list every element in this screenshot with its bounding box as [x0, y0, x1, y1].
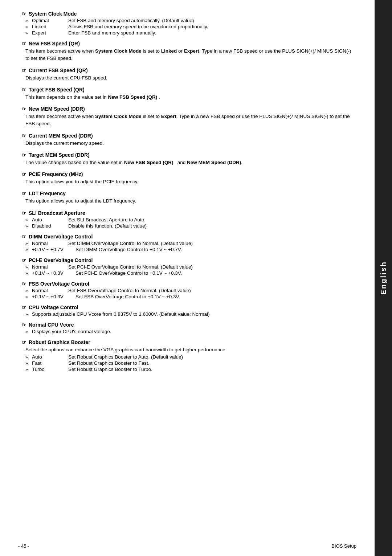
paragraph-current-fsb-speed: Displays the current CPU FSB speed. [25, 74, 356, 82]
section-new-fsb-speed: ☞ New FSB Speed (QR) This item becomes a… [22, 41, 356, 62]
list-item: » Auto Set SLI Broadcast Aperture to Aut… [25, 217, 356, 222]
section-title-system-clock-mode: ☞ System Clock Mode [22, 11, 356, 17]
section-title-current-fsb-speed: ☞ Current FSB Speed (QR) [22, 68, 356, 73]
list-item: » Linked Allows FSB and memory speed to … [25, 24, 356, 29]
bullet-icon: » [25, 294, 31, 299]
paragraph-target-mem-speed: The value changes based on the value set… [25, 159, 356, 166]
section-icon-system-clock-mode: ☞ [22, 11, 26, 17]
section-normal-cpu-vcore: ☞ Normal CPU Vcore » Displays your CPU's… [22, 322, 356, 334]
section-icon-new-mem-speed: ☞ [22, 106, 26, 112]
section-dimm-overvoltage: ☞ DIMM OverVoltage Control » Normal Set … [22, 234, 356, 252]
footer-label: BIOS Setup [331, 543, 356, 549]
section-icon-ldt-frequency: ☞ [22, 191, 26, 196]
section-title-dimm-overvoltage: ☞ DIMM OverVoltage Control [22, 234, 356, 240]
section-title-new-fsb-speed: ☞ New FSB Speed (QR) [22, 41, 356, 46]
section-title-pcie-frequency: ☞ PCIE Frequency (MHz) [22, 171, 356, 177]
section-current-fsb-speed: ☞ Current FSB Speed (QR) Displays the cu… [22, 68, 356, 82]
section-icon-fsb-overvoltage: ☞ [22, 281, 26, 287]
section-body-dimm-overvoltage: » Normal Set DIMM OverVoltage Control to… [25, 241, 356, 252]
bullet-icon: » [25, 312, 31, 317]
paragraph-new-mem-speed: This item becomes active when System Clo… [25, 113, 356, 128]
section-icon-current-mem-speed: ☞ [22, 133, 26, 139]
section-body-cpu-voltage: » Supports adjustable CPU Vcore from 0.8… [25, 311, 356, 317]
list-item: » Disabled Disable this function. (Defau… [25, 223, 356, 229]
section-title-sli-broadcast: ☞ SLI Broadcast Aperture [22, 210, 356, 216]
section-system-clock-mode: ☞ System Clock Mode » Optimal Set FSB an… [22, 11, 356, 36]
section-body-sli-broadcast: » Auto Set SLI Broadcast Aperture to Aut… [25, 217, 356, 229]
list-item: » Normal Set DIMM OverVoltage Control to… [25, 241, 356, 246]
section-icon-normal-cpu-vcore: ☞ [22, 322, 26, 328]
sidebar-label: English [379, 261, 388, 295]
list-item: » Normal Set PCI-E OverVoltage Control t… [25, 264, 356, 270]
section-title-target-fsb-speed: ☞ Target FSB Speed (QR) [22, 87, 356, 93]
section-title-normal-cpu-vcore: ☞ Normal CPU Vcore [22, 322, 356, 328]
section-icon-current-fsb-speed: ☞ [22, 68, 26, 73]
list-item: » Displays your CPU's normal voltage. [25, 329, 356, 334]
section-body-fsb-overvoltage: » Normal Set FSB OverVoltrage Control to… [25, 288, 356, 299]
section-icon-cpu-voltage: ☞ [22, 304, 26, 310]
section-title-robust-graphics-booster: ☞ Robust Graphics Booster [22, 339, 356, 345]
paragraph-current-mem-speed: Displays the current memory speed. [25, 140, 356, 147]
bullet-icon: » [25, 329, 31, 334]
paragraph-target-fsb-speed: This item depends on the value set in Ne… [25, 94, 356, 101]
list-item: » Normal Set FSB OverVoltrage Control to… [25, 288, 356, 293]
section-icon-new-fsb-speed: ☞ [22, 41, 26, 46]
list-item: » +0.1V ~ +0.3V Set PCI-E OverVoltage Co… [25, 270, 356, 276]
bullet-icon: » [25, 18, 31, 23]
section-title-new-mem-speed: ☞ New MEM Speed (DDR) [22, 106, 356, 112]
section-body-normal-cpu-vcore: » Displays your CPU's normal voltage. [25, 329, 356, 334]
section-icon-robust-graphics-booster: ☞ [22, 339, 26, 345]
list-item: » Auto Set Robust Graphics Booster to Au… [25, 354, 356, 360]
list-item: » Expert Enter FSB and memory speed manu… [25, 30, 356, 36]
section-sli-broadcast: ☞ SLI Broadcast Aperture » Auto Set SLI … [22, 210, 356, 229]
section-title-cpu-voltage: ☞ CPU Voltage Control [22, 304, 356, 310]
list-item: » Supports adjustable CPU Vcore from 0.8… [25, 311, 356, 317]
paragraph-pcie-frequency: This option allows you to adjust the PCI… [25, 178, 356, 185]
section-cpu-voltage: ☞ CPU Voltage Control » Supports adjusta… [22, 304, 356, 317]
section-icon-target-mem-speed: ☞ [22, 152, 26, 158]
section-robust-graphics-booster: ☞ Robust Graphics Booster Select the opt… [22, 339, 356, 372]
section-icon-target-fsb-speed: ☞ [22, 87, 26, 93]
section-title-ldt-frequency: ☞ LDT Frequency [22, 191, 356, 196]
list-item: » +0.1V ~ +0.7V Set DIMM OverVoltage Con… [25, 247, 356, 252]
section-pci-e-overvoltage: ☞ PCI-E OverVoltage Control » Normal Set… [22, 257, 356, 276]
section-title-fsb-overvoltage: ☞ FSB OverVoltage Control [22, 281, 356, 287]
paragraph-robust-graphics-booster: Select the options can enhance the VGA g… [25, 346, 356, 353]
main-content: ☞ System Clock Mode » Optimal Set FSB an… [0, 0, 375, 556]
section-title-target-mem-speed: ☞ Target MEM Speed (DDR) [22, 152, 356, 158]
section-title-current-mem-speed: ☞ Current MEM Speed (DDR) [22, 133, 356, 139]
bullet-icon: » [25, 288, 31, 293]
section-new-mem-speed: ☞ New MEM Speed (DDR) This item becomes … [22, 106, 356, 128]
section-target-fsb-speed: ☞ Target FSB Speed (QR) This item depend… [22, 87, 356, 101]
section-body-robust-graphics-booster: » Auto Set Robust Graphics Booster to Au… [25, 354, 356, 372]
section-body-pci-e-overvoltage: » Normal Set PCI-E OverVoltage Control t… [25, 264, 356, 276]
bullet-icon: » [25, 361, 31, 366]
sidebar: English [375, 0, 392, 556]
bullet-icon: » [25, 241, 31, 246]
section-ldt-frequency: ☞ LDT Frequency This option allows you t… [22, 191, 356, 205]
bullet-icon: » [25, 217, 31, 222]
bullet-icon: » [25, 224, 31, 229]
bullet-icon: » [25, 247, 31, 252]
list-item: » Optimal Set FSB and memory speed autom… [25, 18, 356, 23]
list-item: » Fast Set Robust Graphics Booster to Fa… [25, 360, 356, 366]
bullet-icon: » [25, 367, 31, 372]
section-icon-sli-broadcast: ☞ [22, 210, 26, 216]
section-current-mem-speed: ☞ Current MEM Speed (DDR) Displays the c… [22, 133, 356, 147]
section-icon-pci-e-overvoltage: ☞ [22, 257, 26, 263]
section-body-system-clock-mode: » Optimal Set FSB and memory speed autom… [25, 18, 356, 36]
section-fsb-overvoltage: ☞ FSB OverVoltage Control » Normal Set F… [22, 281, 356, 299]
bullet-icon: » [25, 24, 31, 29]
section-title-pci-e-overvoltage: ☞ PCI-E OverVoltage Control [22, 257, 356, 263]
section-target-mem-speed: ☞ Target MEM Speed (DDR) The value chang… [22, 152, 356, 166]
bullet-icon: » [25, 265, 31, 270]
footer: - 45 - BIOS Setup [0, 543, 375, 549]
list-item: » +0.1V ~ +0.3V Set FSB OverVoltrage Con… [25, 294, 356, 299]
section-pcie-frequency: ☞ PCIE Frequency (MHz) This option allow… [22, 171, 356, 185]
list-item: » Turbo Set Robust Graphics Booster to T… [25, 367, 356, 372]
section-icon-pcie-frequency: ☞ [22, 171, 26, 177]
paragraph-new-fsb-speed: This item becomes active when System Clo… [25, 48, 356, 62]
section-icon-dimm-overvoltage: ☞ [22, 234, 26, 240]
bullet-icon: » [25, 30, 31, 36]
bullet-icon: » [25, 271, 31, 276]
